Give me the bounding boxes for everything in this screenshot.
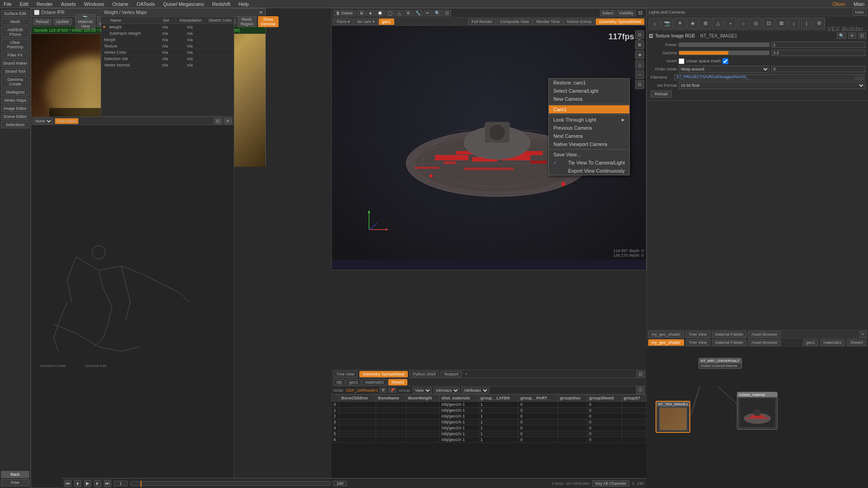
texture-reload-file-btn[interactable]: Reload — [651, 90, 672, 98]
ss-col-bone-children[interactable]: BoneChildren — [339, 395, 376, 402]
menu-quixel[interactable]: Quixel Megascans — [161, 1, 206, 7]
table-row[interactable]: 5/obj/geo1/n 1100 — [332, 431, 646, 437]
ss-col-groups7[interactable]: groupS7 — [622, 395, 646, 402]
ne-close-btn[interactable]: ✕ — [224, 118, 232, 124]
texture-expand-btn[interactable]: ⊡ — [858, 33, 866, 39]
ne-expand-btn[interactable]: ⊡ — [214, 118, 222, 124]
format-select[interactable]: 16 bit float — [679, 82, 865, 89]
vp-icon-10[interactable]: ⊡ — [443, 10, 451, 16]
rp-icon-area[interactable]: ⊞ — [699, 18, 711, 29]
table-row[interactable]: 4/obj/geo1/n 1100 — [332, 425, 646, 431]
weight-row-vertex-color[interactable]: Vertex Color n/a n/a — [101, 49, 234, 56]
ng-tab-material-palette[interactable]: Material Palette — [712, 331, 747, 338]
sidebar-btn-image-editor[interactable]: Image Editor — [1, 105, 29, 112]
wrap-value[interactable] — [771, 66, 866, 72]
rp-icon-settings[interactable]: ⚙ — [813, 18, 825, 29]
vp-right-btn-4[interactable]: △ — [635, 60, 644, 69]
cam-restore[interactable]: Restore: cam1 — [549, 79, 629, 87]
ng-add-btn[interactable]: + — [859, 331, 866, 338]
cam-export-continuously[interactable]: ✓ Export View Continuously — [549, 167, 629, 175]
vp-expand-icon[interactable]: ⊡ — [637, 10, 644, 16]
vp-icon-7[interactable]: 🔧 — [413, 10, 423, 16]
cam-look-through-light[interactable]: Look Through Light ▶ — [549, 116, 629, 124]
ipr-material-view-btn[interactable]: 📷 Material View — [75, 14, 95, 29]
rp-icon-point[interactable]: • — [725, 18, 736, 29]
ss-info-btn[interactable]: ⓘ — [636, 386, 645, 394]
vp-icon-6[interactable]: ⚙ — [404, 10, 412, 16]
ss-tab-python[interactable]: Python Shell — [410, 371, 439, 377]
vp-tab-motion[interactable]: Motion Extras — [564, 19, 595, 25]
cam-cam1[interactable]: Cam1 — [549, 105, 629, 113]
node-mat-universal[interactable]: NT_MAT_UNIVERSALT Octane Universal Mater… — [698, 358, 742, 369]
sidebar-btn-back[interactable]: Back — [1, 471, 29, 478]
table-row[interactable]: 2/obj/geo1/n 1100 — [332, 413, 646, 419]
ng-tab-tree-view[interactable]: Tree View — [686, 331, 710, 338]
filename-browse-btn[interactable]: ... — [856, 74, 864, 80]
rp-icon-linear[interactable]: | — [801, 18, 812, 29]
timeline-next-frame[interactable]: ⏵ — [94, 480, 101, 487]
ipr-update-btn[interactable]: Update — [53, 19, 72, 25]
power-slider[interactable] — [679, 42, 769, 47]
cam-new[interactable]: New Camera — [549, 95, 629, 103]
rp-icon-distant[interactable]: ↕ — [788, 18, 800, 29]
vp-tab-rendertime[interactable]: Render Time — [533, 19, 563, 25]
timeline-end-frame[interactable] — [333, 481, 347, 486]
rp-icon-camera[interactable]: 📷 — [661, 18, 673, 29]
node-octane-mat[interactable]: octane_material — [737, 392, 778, 430]
ne-mode-select[interactable]: None — [33, 118, 53, 124]
vp-icon-4[interactable]: ◯ — [386, 10, 395, 16]
vp-right-btn-3[interactable]: ◈ — [635, 50, 644, 59]
cam-previous[interactable]: Previous Camera — [549, 124, 629, 132]
timeline-play[interactable]: ▶ — [84, 480, 91, 487]
rp-icon-hdri[interactable]: ◎ — [750, 18, 762, 29]
vp-tab-fullrender[interactable]: Full Render — [468, 19, 496, 25]
ss-col-group-part[interactable]: group__PART_ — [518, 395, 558, 402]
menu-edit[interactable]: Edit — [18, 1, 30, 7]
weight-row-morph[interactable]: Morph n/a n/a — [101, 37, 234, 43]
cam-save-view[interactable]: Save View... — [549, 150, 629, 159]
cam-tie-view[interactable]: ✓ Tie View To Camera/Light — [549, 159, 629, 167]
sidebar-btn-scene-editor[interactable]: Scene Editor — [1, 113, 29, 120]
sidebar-btn-selections[interactable]: Selections — [1, 121, 29, 128]
rp-icon-spot[interactable]: △ — [712, 18, 724, 29]
sidebar-btn-genoma[interactable]: Genoma Create — [1, 76, 29, 88]
ss-intrinsics-select[interactable]: Intrinsics — [434, 387, 460, 394]
linear-space-invert-checkbox[interactable] — [722, 58, 728, 64]
vp-icon-1[interactable]: ⊞ — [358, 10, 366, 16]
ipr-rend-region-btn[interactable]: Rend. Region — [238, 16, 256, 27]
ss-col-groupsheet3[interactable]: groupSheet3 — [587, 395, 622, 402]
weight-row-weight[interactable]: ▼ Weight n/a n/a — [101, 24, 234, 30]
ng-sub-sheet3[interactable]: Sheet3 — [847, 339, 866, 346]
timeline-current-frame[interactable] — [114, 481, 127, 486]
vp-tab-no-cam[interactable]: No cam ▾ — [354, 19, 378, 25]
sidebar-btn-free[interactable]: Free — [1, 479, 29, 486]
menu-oatools[interactable]: OATools — [135, 1, 157, 7]
sidebar-btn-strand-maker[interactable]: Strand Maker — [1, 60, 29, 67]
table-row[interactable]: 0/obj/geo1/n 1100 — [332, 402, 646, 408]
vp-right-btn-1[interactable]: ⊡ — [635, 30, 644, 39]
ss-group-select[interactable]: View — [413, 387, 432, 394]
node-canvas-wireframe[interactable]: Genoma Edit Genoma Create — [31, 125, 234, 488]
sidebar-btn-clear[interactable]: Clear PointGrp — [1, 39, 29, 51]
ng-sub-mat[interactable]: materials1 — [820, 339, 845, 346]
cam-select-light[interactable]: Select Camera/Light — [549, 87, 629, 95]
menu-windows[interactable]: Windows — [82, 1, 106, 7]
vp-tab-composite[interactable]: Composite View — [497, 19, 533, 25]
rp-btn-main[interactable]: Main — [853, 9, 866, 15]
node-canvas[interactable]: NT_MAT_UNIVERSALT Octane Universal Mater… — [646, 347, 868, 488]
vp-icon-5[interactable]: △ — [396, 10, 403, 16]
ng-sub-tab-mat-pal[interactable]: Material Palette — [712, 339, 747, 346]
ss-tab-textport[interactable]: Textport — [441, 371, 462, 377]
rp-icon-env[interactable]: ○ — [737, 18, 749, 29]
vp-right-btn-5[interactable]: ↔ — [635, 70, 644, 79]
texture-reload-btn[interactable]: ⟳ — [848, 33, 856, 39]
ng-sub-tab-asset[interactable]: Asset Browser — [748, 339, 781, 346]
ng-tab-my-geo-shader[interactable]: my_geo_shader — [648, 331, 684, 338]
menu-redshift[interactable]: Redshift — [210, 1, 232, 7]
node-tex-image[interactable]: NT_TEX_IMAGE1 — [656, 401, 690, 433]
table-row[interactable]: 3/obj/geo1/n 1100 — [332, 419, 646, 425]
ss-tab-plus[interactable]: + — [463, 372, 469, 376]
sidebar-btn-skelegons[interactable]: Skelegons — [1, 89, 29, 96]
ipr-reload-btn[interactable]: Reload — [33, 19, 52, 25]
gamma-input[interactable] — [771, 50, 866, 56]
